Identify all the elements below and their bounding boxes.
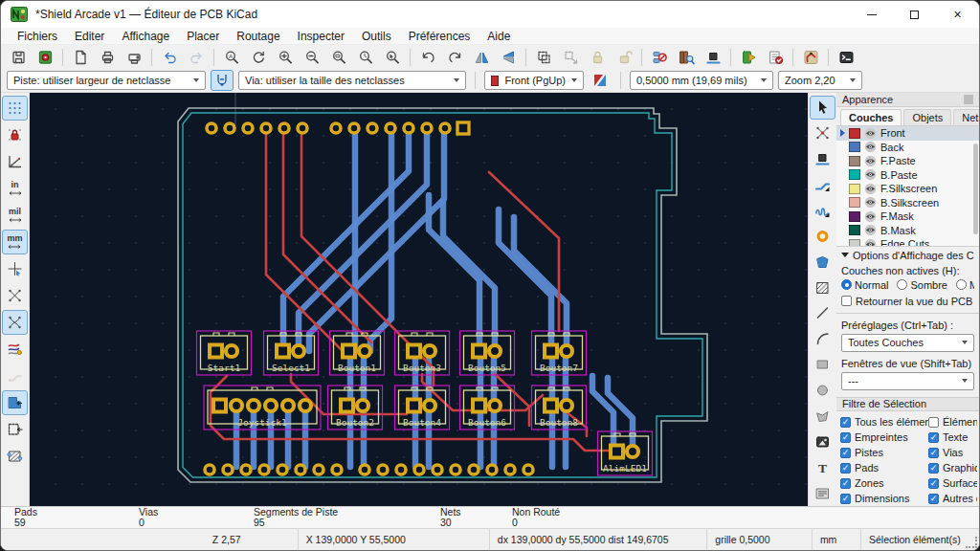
unit-mil-button[interactable]: mil — [2, 203, 28, 228]
circle-button[interactable] — [810, 379, 835, 403]
viewports-select[interactable]: --- — [841, 372, 974, 390]
visibility-eye-icon[interactable] — [864, 168, 877, 181]
arc-button[interactable] — [810, 327, 835, 351]
layer-color-swatch[interactable] — [849, 239, 860, 246]
filter-element[interactable]: Élément — [928, 416, 977, 428]
grid-show-button[interactable] — [2, 96, 28, 121]
layer-row-f-paste[interactable]: F.Paste — [836, 154, 979, 168]
layer-color-swatch[interactable] — [849, 156, 860, 166]
presets-select[interactable]: Toutes Couches — [841, 334, 974, 352]
filter-autres-e[interactable]: ✓Autres é — [928, 493, 977, 504]
ratsnest-curved-button[interactable] — [2, 310, 28, 335]
filter-pads[interactable]: ✓Pads — [840, 462, 928, 474]
minimize-button[interactable] — [850, 1, 893, 28]
filter-empreintes[interactable]: ✓Empreintes — [840, 431, 928, 443]
resize-grip[interactable] — [966, 537, 977, 548]
scrollbar[interactable] — [973, 143, 978, 234]
net-highlight-button[interactable] — [798, 46, 823, 68]
cursor-full-button[interactable] — [2, 256, 28, 281]
radio-normal[interactable]: Normal — [841, 279, 894, 291]
filter-texte[interactable]: ✓Texte — [928, 431, 977, 443]
auto-track-width-toggle[interactable] — [211, 70, 234, 91]
tab-couches[interactable]: Couches — [840, 109, 902, 125]
visibility-eye-icon[interactable] — [864, 183, 877, 195]
console-button[interactable] — [834, 46, 858, 68]
visibility-eye-icon[interactable] — [864, 155, 877, 167]
zoom-obj-button[interactable] — [353, 46, 378, 68]
layer-color-swatch[interactable] — [849, 128, 860, 139]
update-fp-button[interactable] — [736, 46, 761, 68]
filter-zones[interactable]: ✓Zones — [840, 477, 928, 489]
grid-lock-button[interactable] — [2, 122, 28, 147]
print-button[interactable] — [95, 46, 120, 68]
track-width-select[interactable]: Piste: utiliser largeur de netclasse — [7, 71, 206, 90]
local-ratsnest-button[interactable] — [810, 121, 835, 145]
via-size-select[interactable]: Via: utiliser la taille des netclasses — [238, 71, 466, 90]
fp-place-button[interactable] — [701, 46, 725, 68]
unit-in-button[interactable]: in — [2, 176, 28, 201]
close-button[interactable]: × — [936, 1, 979, 28]
layer-row-front[interactable]: Front — [836, 126, 979, 141]
tab-objets[interactable]: Objets — [903, 109, 951, 125]
polar-button[interactable] — [2, 149, 28, 174]
ungroup-button[interactable] — [558, 46, 583, 68]
visibility-eye-icon[interactable] — [864, 224, 877, 236]
menu-affichage[interactable]: Affichage — [113, 30, 178, 43]
fp-place-button[interactable] — [810, 147, 835, 171]
textbox-button[interactable] — [810, 481, 835, 505]
layer-pair-button[interactable] — [589, 70, 612, 91]
layer-color-swatch[interactable] — [849, 197, 860, 208]
menu-editer[interactable]: Editer — [66, 30, 113, 43]
page-setup-button[interactable] — [68, 46, 93, 68]
filter-tous-les-elements[interactable]: ✓Tous les éléments — [840, 416, 928, 428]
redo-button[interactable] — [184, 46, 209, 68]
layer-color-swatch[interactable] — [849, 211, 860, 222]
layer-row-f-mask[interactable]: F.Mask — [836, 209, 979, 224]
unit-mm-button[interactable]: mm — [2, 230, 28, 254]
flip-board-row[interactable]: Retourner la vue du PCB — [841, 296, 974, 307]
filter-vias[interactable]: ✓Vias — [928, 447, 977, 458]
layer-color-swatch[interactable] — [849, 169, 860, 180]
zone-button[interactable] — [810, 250, 835, 274]
panel-dock-button[interactable] — [964, 95, 973, 104]
radio-sombre[interactable]: Sombre — [897, 279, 953, 291]
layer-row-b-mask[interactable]: B.Mask — [836, 224, 979, 238]
rotate-cw-button[interactable] — [442, 46, 467, 68]
menu-inspecter[interactable]: Inspecter — [289, 30, 353, 43]
tab-nets[interactable]: Nets — [953, 109, 979, 125]
visibility-eye-icon[interactable] — [864, 238, 877, 246]
zones-filled-button[interactable] — [2, 390, 28, 415]
zoom-sel-button[interactable] — [380, 46, 405, 68]
layer-row-b-paste[interactable]: B.Paste — [836, 168, 979, 183]
grid-select[interactable]: 0,5000 mm (19,69 mils) — [630, 71, 773, 90]
menu-routage[interactable]: Routage — [228, 30, 288, 43]
lock-button[interactable] — [585, 46, 610, 68]
polygon-button[interactable] — [810, 405, 835, 429]
track-corners-button[interactable] — [2, 364, 28, 388]
zoom-page-button[interactable] — [326, 46, 351, 68]
drc-button[interactable] — [763, 46, 788, 68]
tune-button[interactable] — [810, 199, 835, 223]
layer-row-b-silkscreen[interactable]: B.Silkscreen — [836, 196, 979, 210]
visibility-eye-icon[interactable] — [864, 127, 877, 140]
via-button[interactable] — [810, 224, 835, 248]
filter-graphiq[interactable]: ✓Graphiq — [928, 462, 977, 474]
fp-lib-button[interactable] — [674, 46, 699, 68]
refresh-button[interactable] — [246, 46, 271, 68]
maximize-button[interactable] — [893, 1, 936, 28]
rect-button[interactable] — [810, 353, 835, 377]
ratsnest-button[interactable] — [2, 283, 28, 308]
pcb-canvas[interactable]: Start1Select1Bouton1Bouton3Bouton5Bouton… — [30, 93, 808, 506]
board-setup-button[interactable] — [33, 46, 57, 68]
menu-placer[interactable]: Placer — [178, 30, 228, 43]
zoom-in-button[interactable] — [273, 46, 298, 68]
save-button[interactable] — [6, 46, 31, 68]
keepout-button[interactable] — [810, 276, 835, 299]
unlock-button[interactable] — [612, 46, 636, 68]
filter-surface[interactable]: ✓Surface — [928, 477, 977, 489]
layer-row-back[interactable]: Back — [836, 141, 979, 155]
select-button[interactable] — [810, 96, 835, 120]
group-button[interactable] — [531, 46, 556, 68]
zoom-fit-button[interactable]: A — [219, 46, 244, 68]
fp-outline-button[interactable] — [2, 444, 28, 469]
